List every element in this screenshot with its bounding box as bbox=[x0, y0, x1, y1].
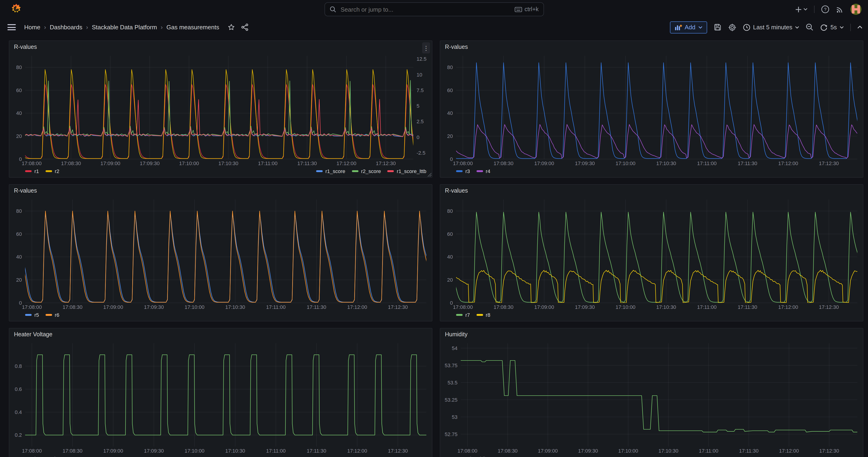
series-color-swatch bbox=[25, 170, 32, 172]
svg-text:17:08:00: 17:08:00 bbox=[453, 304, 473, 310]
legend-item[interactable]: r2 bbox=[45, 169, 60, 174]
legend-item[interactable]: r1_score_lttb bbox=[388, 169, 426, 174]
timeseries-chart[interactable]: 17:08:0017:08:3017:09:0017:09:3017:10:00… bbox=[9, 197, 432, 311]
svg-text:80: 80 bbox=[447, 64, 453, 70]
legend-item[interactable]: heatervoltage bbox=[25, 456, 65, 457]
svg-text:17:10:00: 17:10:00 bbox=[616, 304, 636, 310]
legend-item[interactable]: r4 bbox=[476, 169, 491, 174]
legend-group-right: r1_scorer2_scorer1_score_lttb bbox=[316, 169, 426, 174]
svg-text:17:11:00: 17:11:00 bbox=[266, 448, 286, 454]
svg-text:53: 53 bbox=[452, 414, 458, 420]
panel-header[interactable]: R-values bbox=[9, 41, 432, 53]
panel-legend: r3r4 bbox=[440, 167, 863, 177]
svg-text:0.6: 0.6 bbox=[14, 386, 22, 392]
timeseries-chart[interactable]: 17:08:0017:08:3017:09:0017:09:3017:10:00… bbox=[440, 340, 863, 455]
svg-text:17:11:30: 17:11:30 bbox=[307, 304, 327, 310]
svg-text:17:11:30: 17:11:30 bbox=[297, 160, 317, 166]
breadcrumb-separator: › bbox=[161, 24, 163, 31]
zoom-out-icon[interactable] bbox=[806, 23, 814, 31]
svg-text:2.5: 2.5 bbox=[416, 119, 424, 124]
legend-group-left: r3r4 bbox=[456, 169, 490, 174]
grafana-logo-icon[interactable] bbox=[10, 3, 22, 16]
series-color-swatch bbox=[388, 170, 394, 172]
news-rss-icon[interactable] bbox=[836, 5, 844, 13]
svg-text:17:11:30: 17:11:30 bbox=[738, 304, 757, 310]
legend-item[interactable]: r7 bbox=[456, 312, 470, 318]
svg-text:53.25: 53.25 bbox=[445, 397, 458, 403]
dashboard-toolbar: Home›Dashboards›Stackable Data Platform›… bbox=[0, 19, 868, 36]
help-icon[interactable]: ? bbox=[821, 5, 829, 13]
svg-text:17:11:00: 17:11:00 bbox=[697, 304, 717, 310]
panel-legend: r1r2r1_scorer2_scorer1_score_lttb bbox=[9, 167, 432, 177]
panel-header[interactable]: R-values bbox=[440, 41, 863, 53]
add-button-label: Add bbox=[685, 24, 695, 31]
svg-text:7.5: 7.5 bbox=[416, 87, 424, 93]
legend-item[interactable]: r5 bbox=[25, 312, 39, 318]
series-color-swatch bbox=[352, 170, 358, 172]
breadcrumb-item[interactable]: Home bbox=[24, 24, 40, 31]
breadcrumb-item[interactable]: Dashboards bbox=[50, 24, 82, 31]
timeseries-chart[interactable]: 17:08:0017:08:3017:09:0017:09:3017:10:00… bbox=[440, 53, 863, 167]
legend-item[interactable]: humidity bbox=[461, 456, 489, 457]
search-input[interactable] bbox=[340, 5, 511, 13]
legend-item[interactable]: r1_score bbox=[316, 169, 345, 174]
favorite-star-icon[interactable] bbox=[227, 23, 236, 31]
series-label: r1_score bbox=[326, 169, 345, 174]
dashboard-panel: Heater Voltage 17:08:0017:08:3017:09:001… bbox=[9, 328, 432, 457]
legend-item[interactable]: r8 bbox=[476, 312, 491, 318]
series-label: r2 bbox=[55, 169, 60, 174]
panel-header[interactable]: R-values bbox=[440, 185, 863, 197]
svg-text:53.5: 53.5 bbox=[447, 380, 458, 386]
refresh-picker[interactable]: 5s bbox=[820, 24, 844, 31]
svg-text:17:09:30: 17:09:30 bbox=[144, 448, 164, 454]
panel-title: R-values bbox=[445, 187, 468, 194]
svg-text:17:09:00: 17:09:00 bbox=[538, 448, 558, 454]
panel-menu-kebab-icon[interactable]: ⋮ bbox=[422, 42, 430, 54]
search-icon bbox=[330, 6, 336, 12]
legend-item[interactable]: r1 bbox=[25, 169, 39, 174]
timeseries-chart[interactable]: 17:08:0017:08:3017:09:0017:09:3017:10:00… bbox=[9, 340, 432, 455]
chevron-down-icon bbox=[803, 8, 808, 11]
svg-text:60: 60 bbox=[447, 231, 453, 237]
breadcrumb-item[interactable]: Gas measurements bbox=[166, 24, 219, 31]
panel-header[interactable]: R-values bbox=[9, 185, 432, 197]
time-range-picker[interactable]: Last 5 minutes bbox=[743, 24, 799, 31]
dashboard-panel: Humidity 17:08:0017:08:3017:09:0017:09:3… bbox=[440, 328, 863, 457]
svg-text:40: 40 bbox=[447, 110, 453, 116]
panel-legend: heatervoltage bbox=[9, 455, 432, 457]
user-avatar[interactable] bbox=[850, 4, 862, 15]
save-dashboard-icon[interactable] bbox=[713, 23, 721, 31]
svg-text:52.75: 52.75 bbox=[445, 431, 458, 437]
timeseries-chart[interactable]: 17:08:0017:08:3017:09:0017:09:3017:10:00… bbox=[9, 53, 432, 167]
series-label: r5 bbox=[34, 312, 39, 318]
add-panel-button[interactable]: Add bbox=[670, 21, 707, 33]
svg-text:-2.5: -2.5 bbox=[416, 150, 425, 156]
breadcrumb-item[interactable]: Stackable Data Platform bbox=[92, 24, 157, 31]
panel-title: R-values bbox=[445, 44, 468, 50]
global-search-input[interactable]: ctrl+k bbox=[324, 2, 544, 16]
breadcrumb: Home›Dashboards›Stackable Data Platform›… bbox=[24, 24, 219, 31]
series-label: humidity bbox=[470, 456, 489, 457]
dashboard-panel: R-values 17:08:0017:08:3017:09:0017:09:3… bbox=[440, 40, 863, 178]
series-label: r7 bbox=[465, 312, 470, 318]
panel-resize-handle[interactable] bbox=[427, 172, 431, 177]
svg-text:17:08:00: 17:08:00 bbox=[22, 304, 42, 310]
new-plus-button[interactable] bbox=[795, 6, 808, 13]
panel-header[interactable]: Humidity bbox=[440, 328, 863, 340]
breadcrumb-separator: › bbox=[44, 24, 46, 31]
legend-item[interactable]: r6 bbox=[45, 312, 60, 318]
menu-toggle-icon[interactable] bbox=[6, 22, 17, 32]
svg-text:17:11:00: 17:11:00 bbox=[699, 448, 718, 454]
collapse-toolbar-chevron-up-icon[interactable] bbox=[857, 26, 862, 29]
svg-text:17:10:30: 17:10:30 bbox=[656, 304, 676, 310]
dashboard-settings-gear-icon[interactable] bbox=[728, 23, 736, 31]
svg-text:17:09:00: 17:09:00 bbox=[103, 448, 123, 454]
legend-item[interactable]: r3 bbox=[456, 169, 470, 174]
dashboard-panel: R-values 17:08:0017:08:3017:09:0017:09:3… bbox=[9, 40, 432, 178]
legend-item[interactable]: r2_score bbox=[352, 169, 381, 174]
panel-header[interactable]: Heater Voltage bbox=[9, 328, 432, 340]
timeseries-chart[interactable]: 17:08:0017:08:3017:09:0017:09:3017:10:00… bbox=[440, 197, 863, 311]
search-shortcut-label: ctrl+k bbox=[525, 6, 538, 12]
share-icon[interactable] bbox=[241, 23, 249, 31]
svg-text:17:09:30: 17:09:30 bbox=[575, 160, 595, 166]
